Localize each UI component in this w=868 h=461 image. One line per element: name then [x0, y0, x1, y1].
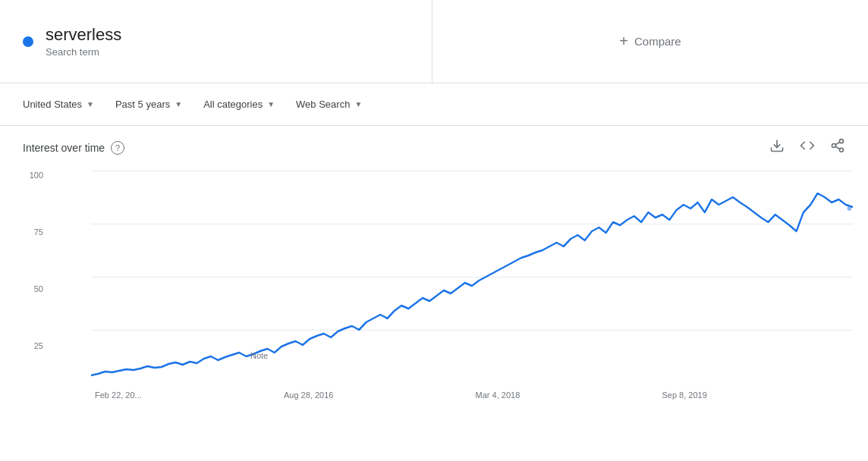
chart-title-group: Interest over time ?: [23, 141, 124, 155]
y-label-100: 100: [30, 171, 43, 180]
x-label-4: Sep 8, 2019: [662, 390, 706, 400]
plus-icon: +: [619, 33, 628, 50]
x-label-2: Aug 28, 2016: [284, 390, 333, 400]
download-button[interactable]: [769, 138, 785, 157]
y-label-25: 25: [34, 341, 43, 350]
svg-point-3: [840, 148, 844, 152]
svg-point-1: [840, 140, 844, 143]
category-filter[interactable]: All categories ▼: [196, 94, 282, 114]
compare-button[interactable]: + Compare: [619, 33, 681, 50]
svg-point-2: [832, 144, 836, 148]
compare-section: + Compare: [432, 0, 868, 83]
location-filter[interactable]: United States ▼: [15, 94, 102, 114]
chart-section: Interest over time ?: [0, 126, 868, 421]
chart-svg: [91, 171, 853, 383]
share-button[interactable]: [830, 138, 845, 157]
chart-plot-area: Note Feb 22, 20... Aug 28, 2016 Mar 4, 2…: [91, 171, 853, 383]
x-axis-labels: Feb 22, 20... Aug 28, 2016 Mar 4, 2018 S…: [91, 390, 853, 400]
chart-header: Interest over time ?: [15, 126, 853, 163]
location-label: United States: [23, 99, 82, 110]
y-axis-labels: 100 75 50 25: [15, 171, 49, 398]
time-range-filter[interactable]: Past 5 years ▼: [108, 94, 190, 114]
category-label: All categories: [203, 99, 263, 110]
search-type-label: Web Search: [296, 99, 350, 110]
svg-line-5: [835, 142, 840, 144]
y-label-75: 75: [34, 227, 43, 237]
page-header: serverless Search term + Compare: [0, 0, 868, 83]
search-type-chevron-icon: ▼: [354, 100, 362, 108]
term-info: serverless Search term: [46, 25, 121, 58]
time-range-chevron-icon: ▼: [175, 100, 182, 108]
time-range-label: Past 5 years: [115, 99, 170, 110]
svg-line-4: [835, 146, 840, 149]
category-chevron-icon: ▼: [267, 100, 275, 108]
location-chevron-icon: ▼: [86, 100, 94, 108]
search-term-text: serverless: [46, 25, 121, 45]
search-type-filter[interactable]: Web Search ▼: [288, 94, 370, 114]
x-label-1: Feb 22, 20...: [95, 390, 142, 400]
compare-label: Compare: [634, 35, 681, 48]
search-term-section: serverless Search term: [0, 0, 432, 83]
svg-point-6: [848, 206, 852, 211]
help-icon[interactable]: ?: [111, 141, 124, 155]
chart-actions: [769, 138, 845, 157]
embed-button[interactable]: [800, 138, 815, 157]
x-label-3: Mar 4, 2018: [476, 390, 520, 400]
term-color-dot: [23, 36, 33, 47]
filters-bar: United States ▼ Past 5 years ▼ All categ…: [0, 83, 868, 126]
search-term-label: Search term: [46, 46, 121, 58]
chart-container: 100 75 50 25: [15, 163, 853, 421]
y-label-50: 50: [34, 284, 43, 293]
chart-note-label: Note: [250, 351, 268, 360]
chart-title: Interest over time: [23, 142, 105, 154]
